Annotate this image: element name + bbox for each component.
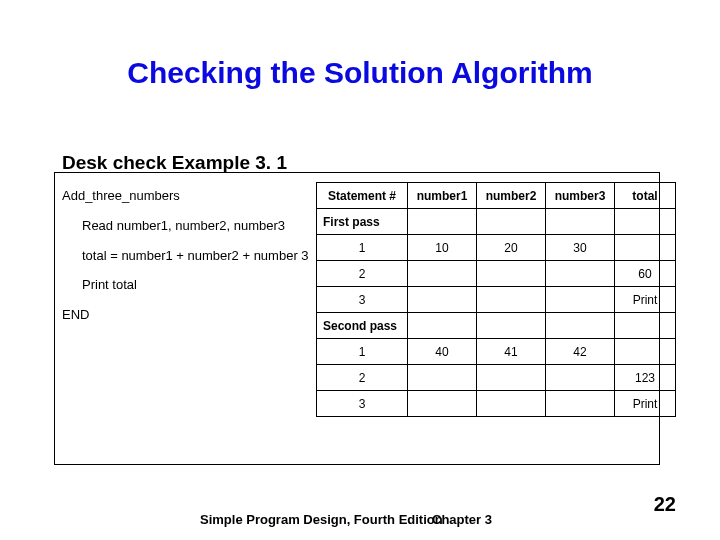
table-cell	[546, 365, 615, 391]
table-row: 1102030	[317, 235, 676, 261]
table-cell: 10	[408, 235, 477, 261]
pseudocode-end: END	[62, 305, 309, 326]
table-row: 2123	[317, 365, 676, 391]
table-cell	[477, 365, 546, 391]
table-cell: 41	[477, 339, 546, 365]
table-cell	[477, 391, 546, 417]
col-header-number3: number3	[546, 183, 615, 209]
table-cell: Print	[615, 391, 676, 417]
table-cell	[477, 209, 546, 235]
table-cell: 2	[317, 261, 408, 287]
table-cell: 3	[317, 287, 408, 313]
table-cell	[408, 365, 477, 391]
table-cell	[615, 339, 676, 365]
table-row: First pass	[317, 209, 676, 235]
table-cell	[477, 287, 546, 313]
table-cell	[546, 209, 615, 235]
algorithm-name: Add_three_numbers	[62, 188, 180, 203]
col-header-number2: number2	[477, 183, 546, 209]
table-cell	[615, 313, 676, 339]
example-subtitle: Desk check Example 3. 1	[62, 152, 287, 174]
table-cell	[546, 287, 615, 313]
pseudocode-line: Read number1, number2, number3	[62, 216, 309, 237]
table-cell	[408, 261, 477, 287]
table-cell: 30	[546, 235, 615, 261]
table-cell: 2	[317, 365, 408, 391]
table-cell: 20	[477, 235, 546, 261]
table-cell	[477, 261, 546, 287]
pseudocode-block: Add_three_numbers Read number1, number2,…	[62, 186, 309, 326]
table-cell: 60	[615, 261, 676, 287]
footer-chapter: Chapter 3	[432, 512, 492, 527]
pseudocode-line: total = number1 + number2 + number 3	[62, 246, 309, 267]
table-cell	[408, 313, 477, 339]
table-cell: Print	[615, 287, 676, 313]
table-cell: 123	[615, 365, 676, 391]
table-cell: 1	[317, 235, 408, 261]
table-cell	[408, 391, 477, 417]
table-cell: 3	[317, 391, 408, 417]
table-cell	[615, 209, 676, 235]
table-cell: Second pass	[317, 313, 408, 339]
trace-table: Statement # number1 number2 number3 tota…	[316, 182, 676, 417]
table-row: 3Print	[317, 287, 676, 313]
table-cell: 40	[408, 339, 477, 365]
table-cell	[408, 209, 477, 235]
table-cell	[477, 313, 546, 339]
table-cell	[408, 287, 477, 313]
table-cell	[546, 261, 615, 287]
table-cell	[546, 313, 615, 339]
col-header-total: total	[615, 183, 676, 209]
page-title: Checking the Solution Algorithm	[0, 56, 720, 90]
table-cell: First pass	[317, 209, 408, 235]
table-cell	[615, 235, 676, 261]
footer-page: 22	[654, 493, 676, 516]
table-row: 3Print	[317, 391, 676, 417]
col-header-statement: Statement #	[317, 183, 408, 209]
footer-book: Simple Program Design, Fourth Edition	[200, 512, 443, 527]
table-row: 1404142	[317, 339, 676, 365]
table-row: 260	[317, 261, 676, 287]
slide: Checking the Solution Algorithm Desk che…	[0, 0, 720, 540]
trace-table-body: First pass11020302603PrintSecond pass140…	[317, 209, 676, 417]
table-cell: 42	[546, 339, 615, 365]
table-cell: 1	[317, 339, 408, 365]
table-row: Second pass	[317, 313, 676, 339]
pseudocode-line: Print total	[62, 275, 309, 296]
col-header-number1: number1	[408, 183, 477, 209]
table-cell	[546, 391, 615, 417]
table-header-row: Statement # number1 number2 number3 tota…	[317, 183, 676, 209]
